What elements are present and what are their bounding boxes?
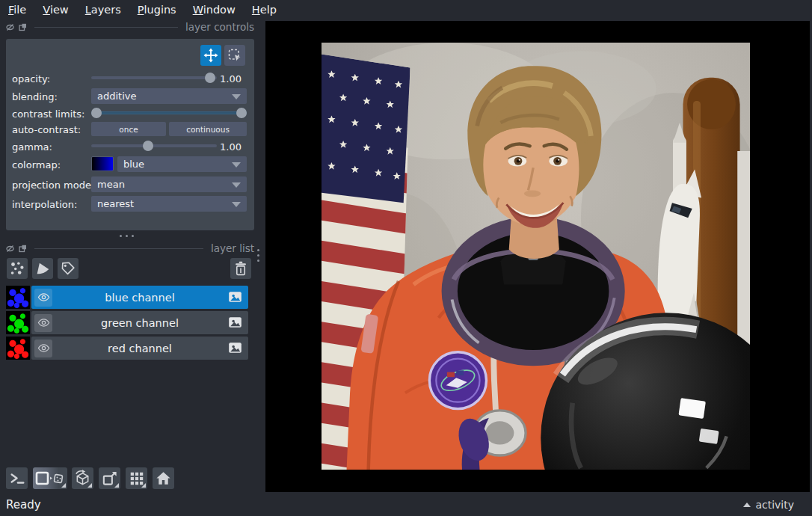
gamma-slider[interactable] — [91, 141, 217, 151]
status-bar: Ready activity — [0, 492, 812, 516]
panel-resize-handle[interactable] — [120, 235, 134, 237]
menu-view[interactable]: View — [34, 2, 76, 17]
layer-controls-panel: opacity: 1.00 blending: additive contras… — [6, 39, 254, 230]
layer-name: green channel — [31, 311, 248, 334]
ndisplay-toggle-button[interactable] — [33, 467, 67, 489]
pan-arrows-icon — [203, 48, 218, 63]
blending-label: blending: — [12, 91, 58, 102]
expand-corner-icon — [141, 483, 146, 488]
layer-thumbnail-green[interactable] — [6, 311, 30, 334]
colormap-dropdown[interactable]: blue — [117, 156, 247, 172]
hide-panel-icon[interactable] — [6, 245, 14, 253]
opacity-slider[interactable] — [91, 73, 217, 83]
dropdown-caret-icon — [232, 202, 241, 207]
transform-icon — [227, 48, 242, 63]
status-message: Ready — [6, 498, 41, 512]
points-layer-icon — [9, 260, 25, 277]
projection-mode-value: mean — [97, 179, 125, 190]
colormap-swatch[interactable] — [91, 156, 114, 171]
hide-panel-icon[interactable] — [6, 23, 14, 31]
layer-controls-header: layer controls — [6, 21, 254, 33]
image-layer-icon — [228, 291, 242, 303]
image-layer-icon — [228, 316, 242, 328]
menu-file[interactable]: File — [0, 2, 34, 17]
layer-row-blue-channel[interactable]: blue channel — [31, 286, 248, 309]
interpolation-value: nearest — [97, 198, 134, 209]
contrast-limits-slider[interactable] — [91, 108, 247, 118]
new-labels-layer-button[interactable] — [58, 258, 79, 279]
menu-window[interactable]: Window — [185, 2, 244, 17]
layer-thumbnail-blue[interactable] — [6, 286, 30, 309]
blending-dropdown[interactable]: additive — [91, 88, 247, 104]
new-shapes-layer-button[interactable] — [32, 258, 53, 279]
expand-corner-icon — [87, 483, 92, 488]
activity-expand-icon — [743, 503, 751, 507]
opacity-label: opacity: — [12, 73, 50, 85]
layer-name: red channel — [31, 337, 248, 360]
gamma-label: gamma: — [12, 141, 52, 153]
interpolation-dropdown[interactable]: nearest — [91, 196, 247, 212]
delete-layer-button[interactable] — [230, 258, 251, 279]
auto-contrast-label: auto-contrast: — [12, 124, 81, 135]
colormap-label: colormap: — [12, 159, 61, 171]
activity-button[interactable]: activity — [743, 499, 794, 511]
new-points-layer-button[interactable] — [7, 258, 28, 279]
float-panel-icon[interactable] — [19, 245, 27, 253]
transpose-dimensions-button[interactable] — [99, 467, 120, 489]
transform-button[interactable] — [224, 45, 245, 66]
menu-plugins[interactable]: Plugins — [129, 2, 185, 17]
console-icon — [9, 470, 25, 487]
interpolation-label: interpolation: — [12, 199, 77, 210]
expand-corner-icon — [114, 483, 119, 488]
pan-zoom-button[interactable] — [200, 45, 221, 66]
layer-controls-title: layer controls — [185, 21, 254, 33]
dock-resize-handle[interactable] — [257, 249, 259, 262]
home-icon — [155, 470, 172, 487]
expand-corner-icon — [61, 483, 66, 488]
blending-value: additive — [97, 90, 136, 102]
float-panel-icon[interactable] — [19, 23, 27, 31]
astronaut-image — [322, 43, 750, 470]
dropdown-caret-icon — [232, 162, 241, 168]
viewer-canvas[interactable] — [265, 21, 810, 492]
menu-help[interactable]: Help — [244, 2, 285, 17]
colormap-value: blue — [123, 159, 144, 170]
header-divider — [34, 248, 203, 249]
dropdown-caret-icon — [232, 94, 241, 99]
dropdown-caret-icon — [232, 182, 241, 188]
console-button[interactable] — [6, 467, 28, 489]
activity-label: activity — [755, 499, 794, 511]
contrast-limits-label: contrast limits: — [12, 108, 85, 120]
projection-mode-dropdown[interactable]: mean — [91, 176, 247, 192]
layer-thumbnail-red[interactable] — [6, 337, 30, 360]
home-reset-view-button[interactable] — [153, 467, 174, 489]
image-layer-icon — [228, 342, 242, 354]
layer-row-green-channel[interactable]: green channel — [31, 311, 248, 334]
opacity-value: 1.00 — [220, 73, 242, 85]
napari-window: File View Layers Plugins Window Help lay… — [0, 0, 812, 516]
header-divider — [34, 27, 178, 28]
labels-layer-icon — [60, 260, 76, 277]
gamma-value: 1.00 — [220, 141, 242, 153]
menu-layers[interactable]: Layers — [77, 2, 129, 17]
layer-list-header: layer list — [6, 242, 254, 254]
auto-contrast-continuous-button[interactable]: continuous — [169, 122, 247, 136]
layer-name: blue channel — [31, 286, 248, 309]
projection-mode-label: projection mode: — [12, 179, 94, 191]
auto-contrast-once-button[interactable]: once — [91, 122, 166, 136]
delete-icon — [233, 260, 249, 277]
layer-row-red-channel[interactable]: red channel — [31, 337, 248, 360]
layer-list-title: layer list — [211, 242, 254, 254]
menu-bar: File View Layers Plugins Window Help — [0, 0, 812, 19]
roll-dimensions-button[interactable] — [72, 467, 93, 489]
grid-mode-button[interactable] — [126, 467, 147, 489]
shapes-layer-icon — [34, 260, 51, 277]
